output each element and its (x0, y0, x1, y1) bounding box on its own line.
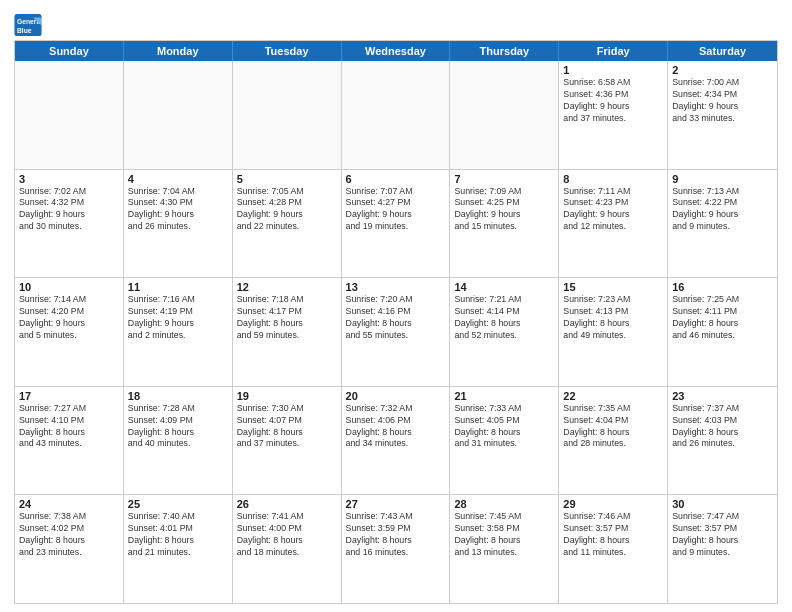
weekday-header-friday: Friday (559, 41, 668, 61)
day-info: Sunrise: 7:20 AM Sunset: 4:16 PM Dayligh… (346, 294, 446, 342)
day-info: Sunrise: 7:21 AM Sunset: 4:14 PM Dayligh… (454, 294, 554, 342)
day-info: Sunrise: 7:40 AM Sunset: 4:01 PM Dayligh… (128, 511, 228, 559)
cal-cell-day-1: 1Sunrise: 6:58 AM Sunset: 4:36 PM Daylig… (559, 61, 668, 169)
cal-cell-day-6: 6Sunrise: 7:07 AM Sunset: 4:27 PM Daylig… (342, 170, 451, 278)
day-info: Sunrise: 7:04 AM Sunset: 4:30 PM Dayligh… (128, 186, 228, 234)
day-number: 20 (346, 390, 446, 402)
cal-cell-day-21: 21Sunrise: 7:33 AM Sunset: 4:05 PM Dayli… (450, 387, 559, 495)
day-info: Sunrise: 7:38 AM Sunset: 4:02 PM Dayligh… (19, 511, 119, 559)
day-number: 23 (672, 390, 773, 402)
day-number: 27 (346, 498, 446, 510)
cal-cell-day-8: 8Sunrise: 7:11 AM Sunset: 4:23 PM Daylig… (559, 170, 668, 278)
cal-cell-day-23: 23Sunrise: 7:37 AM Sunset: 4:03 PM Dayli… (668, 387, 777, 495)
day-number: 2 (672, 64, 773, 76)
cal-cell-day-29: 29Sunrise: 7:46 AM Sunset: 3:57 PM Dayli… (559, 495, 668, 603)
day-number: 14 (454, 281, 554, 293)
day-number: 5 (237, 173, 337, 185)
day-info: Sunrise: 7:41 AM Sunset: 4:00 PM Dayligh… (237, 511, 337, 559)
cal-cell-day-30: 30Sunrise: 7:47 AM Sunset: 3:57 PM Dayli… (668, 495, 777, 603)
day-number: 18 (128, 390, 228, 402)
day-info: Sunrise: 7:23 AM Sunset: 4:13 PM Dayligh… (563, 294, 663, 342)
day-info: Sunrise: 7:11 AM Sunset: 4:23 PM Dayligh… (563, 186, 663, 234)
day-info: Sunrise: 7:00 AM Sunset: 4:34 PM Dayligh… (672, 77, 773, 125)
cal-cell-day-20: 20Sunrise: 7:32 AM Sunset: 4:06 PM Dayli… (342, 387, 451, 495)
logo: General Blue (14, 14, 42, 36)
calendar-header: SundayMondayTuesdayWednesdayThursdayFrid… (15, 41, 777, 61)
day-info: Sunrise: 7:27 AM Sunset: 4:10 PM Dayligh… (19, 403, 119, 451)
day-number: 24 (19, 498, 119, 510)
cal-cell-day-18: 18Sunrise: 7:28 AM Sunset: 4:09 PM Dayli… (124, 387, 233, 495)
day-info: Sunrise: 7:14 AM Sunset: 4:20 PM Dayligh… (19, 294, 119, 342)
day-info: Sunrise: 7:37 AM Sunset: 4:03 PM Dayligh… (672, 403, 773, 451)
cal-cell-day-15: 15Sunrise: 7:23 AM Sunset: 4:13 PM Dayli… (559, 278, 668, 386)
day-number: 29 (563, 498, 663, 510)
cal-cell-day-11: 11Sunrise: 7:16 AM Sunset: 4:19 PM Dayli… (124, 278, 233, 386)
day-info: Sunrise: 7:02 AM Sunset: 4:32 PM Dayligh… (19, 186, 119, 234)
cal-row-4: 24Sunrise: 7:38 AM Sunset: 4:02 PM Dayli… (15, 494, 777, 603)
cal-cell-day-9: 9Sunrise: 7:13 AM Sunset: 4:22 PM Daylig… (668, 170, 777, 278)
weekday-header-wednesday: Wednesday (342, 41, 451, 61)
cal-cell-day-17: 17Sunrise: 7:27 AM Sunset: 4:10 PM Dayli… (15, 387, 124, 495)
day-number: 4 (128, 173, 228, 185)
day-info: Sunrise: 7:43 AM Sunset: 3:59 PM Dayligh… (346, 511, 446, 559)
day-number: 15 (563, 281, 663, 293)
day-info: Sunrise: 7:33 AM Sunset: 4:05 PM Dayligh… (454, 403, 554, 451)
cal-row-1: 3Sunrise: 7:02 AM Sunset: 4:32 PM Daylig… (15, 169, 777, 278)
day-number: 8 (563, 173, 663, 185)
cal-cell-day-26: 26Sunrise: 7:41 AM Sunset: 4:00 PM Dayli… (233, 495, 342, 603)
day-number: 22 (563, 390, 663, 402)
weekday-header-thursday: Thursday (450, 41, 559, 61)
cal-cell-day-22: 22Sunrise: 7:35 AM Sunset: 4:04 PM Dayli… (559, 387, 668, 495)
day-number: 17 (19, 390, 119, 402)
svg-text:Blue: Blue (17, 27, 32, 34)
cal-cell-day-16: 16Sunrise: 7:25 AM Sunset: 4:11 PM Dayli… (668, 278, 777, 386)
cal-cell-day-5: 5Sunrise: 7:05 AM Sunset: 4:28 PM Daylig… (233, 170, 342, 278)
cal-cell-day-4: 4Sunrise: 7:04 AM Sunset: 4:30 PM Daylig… (124, 170, 233, 278)
day-number: 9 (672, 173, 773, 185)
day-number: 7 (454, 173, 554, 185)
cal-cell-empty (450, 61, 559, 169)
day-number: 16 (672, 281, 773, 293)
weekday-header-monday: Monday (124, 41, 233, 61)
day-number: 1 (563, 64, 663, 76)
day-number: 26 (237, 498, 337, 510)
day-info: Sunrise: 7:13 AM Sunset: 4:22 PM Dayligh… (672, 186, 773, 234)
cal-cell-day-14: 14Sunrise: 7:21 AM Sunset: 4:14 PM Dayli… (450, 278, 559, 386)
day-info: Sunrise: 7:30 AM Sunset: 4:07 PM Dayligh… (237, 403, 337, 451)
cal-row-2: 10Sunrise: 7:14 AM Sunset: 4:20 PM Dayli… (15, 277, 777, 386)
cal-cell-day-10: 10Sunrise: 7:14 AM Sunset: 4:20 PM Dayli… (15, 278, 124, 386)
day-info: Sunrise: 7:07 AM Sunset: 4:27 PM Dayligh… (346, 186, 446, 234)
day-number: 19 (237, 390, 337, 402)
day-info: Sunrise: 7:32 AM Sunset: 4:06 PM Dayligh… (346, 403, 446, 451)
cal-row-0: 1Sunrise: 6:58 AM Sunset: 4:36 PM Daylig… (15, 61, 777, 169)
cal-cell-day-24: 24Sunrise: 7:38 AM Sunset: 4:02 PM Dayli… (15, 495, 124, 603)
page: General Blue SundayMondayTuesdayWednesda… (0, 0, 792, 612)
day-info: Sunrise: 6:58 AM Sunset: 4:36 PM Dayligh… (563, 77, 663, 125)
day-info: Sunrise: 7:05 AM Sunset: 4:28 PM Dayligh… (237, 186, 337, 234)
header: General Blue (14, 10, 778, 36)
day-number: 11 (128, 281, 228, 293)
day-info: Sunrise: 7:47 AM Sunset: 3:57 PM Dayligh… (672, 511, 773, 559)
day-info: Sunrise: 7:46 AM Sunset: 3:57 PM Dayligh… (563, 511, 663, 559)
day-number: 12 (237, 281, 337, 293)
day-number: 30 (672, 498, 773, 510)
day-number: 10 (19, 281, 119, 293)
cal-cell-day-12: 12Sunrise: 7:18 AM Sunset: 4:17 PM Dayli… (233, 278, 342, 386)
day-info: Sunrise: 7:28 AM Sunset: 4:09 PM Dayligh… (128, 403, 228, 451)
day-number: 25 (128, 498, 228, 510)
day-number: 13 (346, 281, 446, 293)
day-number: 21 (454, 390, 554, 402)
cal-cell-day-3: 3Sunrise: 7:02 AM Sunset: 4:32 PM Daylig… (15, 170, 124, 278)
weekday-header-tuesday: Tuesday (233, 41, 342, 61)
cal-cell-empty (15, 61, 124, 169)
cal-cell-empty (124, 61, 233, 169)
day-info: Sunrise: 7:25 AM Sunset: 4:11 PM Dayligh… (672, 294, 773, 342)
cal-cell-empty (342, 61, 451, 169)
cal-cell-day-19: 19Sunrise: 7:30 AM Sunset: 4:07 PM Dayli… (233, 387, 342, 495)
cal-cell-day-25: 25Sunrise: 7:40 AM Sunset: 4:01 PM Dayli… (124, 495, 233, 603)
weekday-header-saturday: Saturday (668, 41, 777, 61)
cal-row-3: 17Sunrise: 7:27 AM Sunset: 4:10 PM Dayli… (15, 386, 777, 495)
day-number: 6 (346, 173, 446, 185)
day-info: Sunrise: 7:45 AM Sunset: 3:58 PM Dayligh… (454, 511, 554, 559)
cal-cell-day-27: 27Sunrise: 7:43 AM Sunset: 3:59 PM Dayli… (342, 495, 451, 603)
